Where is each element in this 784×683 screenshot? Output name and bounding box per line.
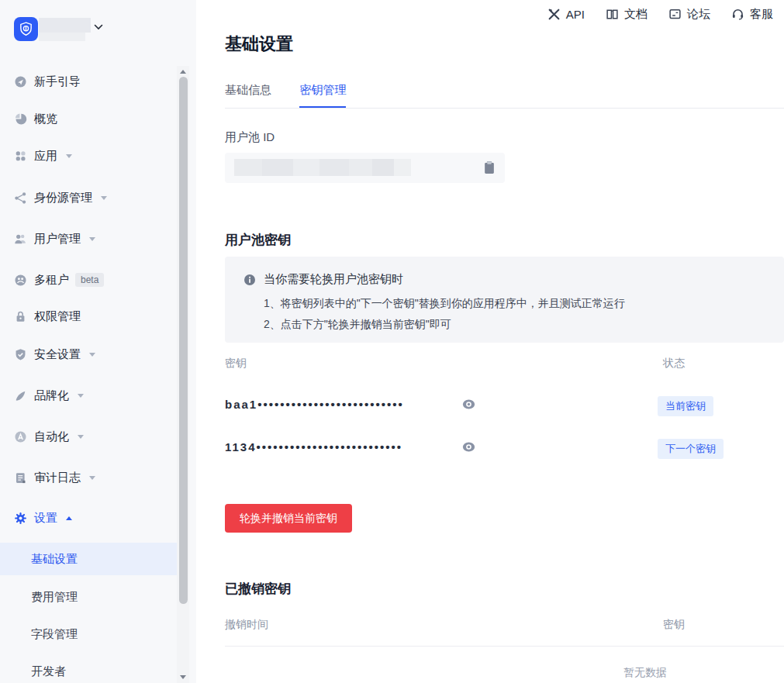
apps-grid-icon: [14, 150, 27, 163]
scroll-down-arrow-icon[interactable]: [180, 675, 186, 679]
support-link-label: 客服: [750, 7, 773, 22]
tab-basic-info[interactable]: 基础信息: [225, 83, 271, 106]
sidebar-item-label: 权限管理: [34, 309, 81, 324]
sidebar-item-applications[interactable]: 应用: [0, 147, 177, 165]
redacted-workspace-subtitle: [39, 33, 85, 41]
sidebar-item-label: 用户管理: [34, 232, 81, 247]
audit-log-icon: [14, 471, 27, 485]
sidebar-item-multi-tenant[interactable]: 多租户 beta: [0, 271, 177, 289]
table-divider: [225, 646, 784, 647]
revoked-secrets-heading: 已撤销密钥: [225, 580, 291, 598]
subitem-label: 字段管理: [31, 627, 78, 640]
workspace-logo: [14, 17, 38, 41]
chevron-down-icon: [66, 154, 72, 158]
sidebar-item-security-settings[interactable]: 安全设置: [0, 345, 177, 364]
chevron-down-icon: [94, 24, 103, 30]
sidebar-scrollbar[interactable]: [177, 66, 189, 683]
api-link-label: API: [566, 8, 585, 21]
gear-icon: [14, 512, 27, 525]
chevron-up-icon: [66, 516, 72, 520]
workspace-switcher[interactable]: [0, 0, 196, 54]
brush-icon: [14, 389, 27, 402]
rotation-notice-box: 当你需要轮换用户池密钥时 1、将密钥列表中的"下一个密钥"替换到你的应用程序中，…: [225, 257, 784, 343]
forum-link[interactable]: 论坛: [668, 7, 710, 22]
forum-link-label: 论坛: [687, 7, 710, 22]
masked-secret-value: 1134••••••••••••••••••••••••••: [225, 440, 402, 454]
eye-icon[interactable]: [462, 441, 475, 453]
docs-link[interactable]: 文档: [606, 7, 648, 22]
share-icon: [14, 191, 27, 205]
sidebar-item-label: 品牌化: [34, 388, 69, 403]
subitem-label: 基础设置: [31, 552, 78, 565]
copy-icon[interactable]: [483, 160, 496, 174]
userpool-secret-heading: 用户池密钥: [225, 231, 291, 249]
page-title: 基础设置: [225, 33, 293, 56]
sidebar-subitem-fields[interactable]: 字段管理: [0, 618, 178, 650]
sidebar-item-user-management[interactable]: 用户管理: [0, 229, 177, 248]
userpool-id-label: 用户池 ID: [225, 130, 275, 145]
sidebar-item-audit-logs[interactable]: 审计日志: [0, 468, 177, 487]
chevron-down-icon: [89, 476, 95, 480]
chevron-down-icon: [101, 196, 107, 200]
redacted-userpool-id: [234, 159, 411, 176]
top-header-links: API 文档 论坛 客服: [547, 7, 773, 22]
sidebar-item-label: 审计日志: [34, 471, 81, 485]
chevron-down-icon: [89, 353, 95, 357]
sidebar-subitem-billing[interactable]: 费用管理: [0, 581, 178, 613]
sidebar-item-branding[interactable]: 品牌化: [0, 386, 177, 405]
docs-book-icon: [606, 8, 619, 21]
info-icon: [243, 274, 256, 286]
sidebar-item-identity-sources[interactable]: 身份源管理: [0, 188, 177, 207]
sidebar-item-label: 安全设置: [34, 347, 81, 362]
shield-logo-icon: [19, 22, 33, 36]
pie-chart-icon: [14, 112, 27, 126]
scrollbar-thumb[interactable]: [179, 77, 188, 604]
sidebar-item-label: 概览: [34, 112, 57, 126]
eye-icon[interactable]: [462, 398, 475, 410]
rotate-revoke-button[interactable]: 轮换并撤销当前密钥: [225, 504, 352, 533]
shield-check-icon: [14, 348, 27, 361]
notice-step-2: 2、点击下方"轮换并撤销当前密钥"即可: [264, 318, 451, 332]
notice-step-1: 1、将密钥列表中的"下一个密钥"替换到你的应用程序中，并且测试正常运行: [264, 297, 625, 311]
api-tools-icon: [547, 8, 561, 21]
main-content: API 文档 论坛 客服 基础设置 基础信息 密钥管理: [196, 0, 784, 683]
userpool-id-field: [225, 153, 505, 183]
docs-link-label: 文档: [624, 7, 648, 22]
tab-bar: 基础信息 密钥管理: [225, 83, 784, 109]
sidebar-item-automation[interactable]: 自动化: [0, 427, 177, 446]
tab-key-management[interactable]: 密钥管理: [299, 83, 346, 108]
empty-state-text: 暂无数据: [605, 666, 686, 680]
sidebar-item-label: 新手引导: [34, 74, 81, 89]
sidebar-item-permissions[interactable]: 权限管理: [0, 307, 177, 326]
forum-comment-icon: [668, 8, 682, 21]
api-link[interactable]: API: [547, 7, 585, 22]
sidebar-item-label: 应用: [34, 149, 57, 164]
lock-icon: [14, 310, 27, 323]
col-header-revoked-secret: 密钥: [663, 618, 685, 632]
chevron-down-icon: [78, 435, 84, 439]
subitem-label: 费用管理: [31, 590, 78, 603]
tenant-icon: [14, 274, 27, 287]
chevron-down-icon: [89, 237, 95, 241]
notice-title: 当你需要轮换用户池密钥时: [264, 272, 403, 287]
status-badge-current: 当前密钥: [658, 396, 713, 416]
sidebar-item-onboarding[interactable]: 新手引导: [0, 72, 177, 91]
sidebar-item-label: 身份源管理: [34, 191, 92, 205]
compass-icon: [14, 75, 27, 88]
beta-badge: beta: [75, 273, 104, 287]
col-header-status: 状态: [663, 357, 685, 371]
sidebar-item-settings[interactable]: 设置: [0, 509, 177, 527]
redacted-workspace-name: [39, 18, 91, 33]
sidebar-subitem-developers[interactable]: 开发者: [0, 655, 178, 683]
notice-title-row: 当你需要轮换用户池密钥时: [243, 272, 403, 287]
sidebar-item-label: 多租户: [34, 273, 69, 288]
status-badge-next: 下一个密钥: [658, 439, 724, 459]
sidebar-item-label: 设置: [34, 511, 57, 526]
sidebar-subitem-basic-settings[interactable]: 基础设置: [0, 543, 178, 575]
scroll-up-arrow-icon[interactable]: [180, 70, 186, 74]
support-link[interactable]: 客服: [731, 7, 773, 22]
sidebar-item-overview[interactable]: 概览: [0, 109, 177, 128]
automation-icon: [14, 430, 27, 443]
chevron-down-icon: [78, 394, 84, 398]
col-header-revoke-time: 撤销时间: [225, 618, 268, 632]
